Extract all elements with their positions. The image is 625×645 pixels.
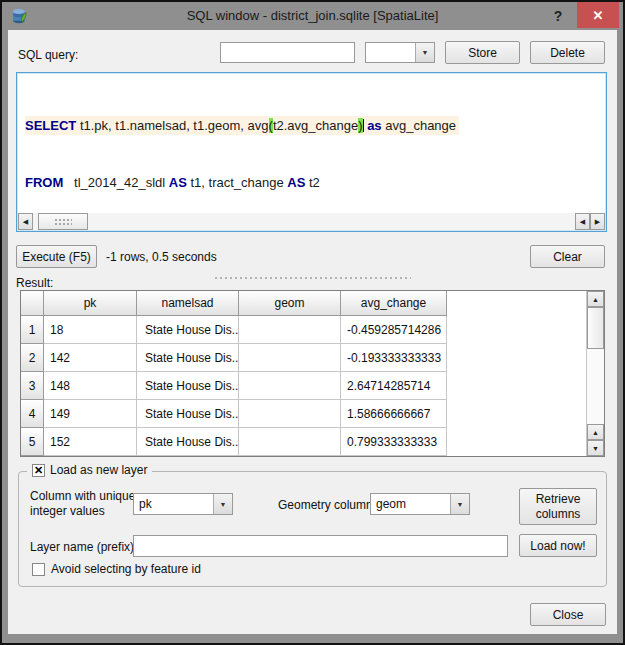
row-header[interactable]: 1 xyxy=(21,316,44,344)
scroll-left-icon[interactable]: ◀ xyxy=(18,213,33,230)
group-legend: ✕ Load as new layer xyxy=(27,463,152,477)
cell-geom[interactable] xyxy=(239,428,341,456)
unique-column-combobox[interactable]: pk ▼ xyxy=(133,493,233,515)
geometry-column-combobox[interactable]: geom ▼ xyxy=(370,493,470,515)
cell-geom[interactable] xyxy=(239,316,341,344)
sql-code[interactable]: SELECT t1.pk, t1.namelsad, t1.geom, avg(… xyxy=(25,78,604,212)
row-header[interactable]: 2 xyxy=(21,344,44,372)
sql-window: SQL window - district_join.sqlite [Spati… xyxy=(0,0,625,645)
row-header[interactable]: 5 xyxy=(21,428,44,456)
cell-pk[interactable]: 142 xyxy=(44,344,137,372)
cell-pk[interactable]: 152 xyxy=(44,428,137,456)
retrieve-columns-button[interactable]: Retrieve columns xyxy=(519,488,597,525)
horizontal-scrollbar-thumb[interactable] xyxy=(38,213,88,230)
row-header[interactable]: 3 xyxy=(21,372,44,400)
avoid-selecting-checkbox[interactable] xyxy=(32,563,45,576)
geometry-column-label: Geometry column xyxy=(278,498,373,512)
column-header-avg-change[interactable]: avg_change xyxy=(341,291,447,316)
cell-namelsad[interactable]: State House Dis... xyxy=(137,372,239,400)
cell-geom[interactable] xyxy=(239,372,341,400)
group-title: Load as new layer xyxy=(50,463,147,477)
layer-name-label: Layer name (prefix) xyxy=(30,540,134,554)
cell-geom[interactable] xyxy=(239,400,341,428)
scroll-left-icon[interactable]: ◀ xyxy=(575,213,590,230)
scroll-down-icon[interactable]: ▼ xyxy=(587,440,604,456)
clear-button[interactable]: Clear xyxy=(530,245,605,268)
sql-line-1: SELECT t1.pk, t1.namelsad, t1.geom, avg(… xyxy=(25,116,604,135)
column-header-geom[interactable]: geom xyxy=(239,291,341,316)
cell-pk[interactable]: 18 xyxy=(44,316,137,344)
execute-button[interactable]: Execute (F5) xyxy=(16,245,97,268)
cell-avg-change[interactable]: 0.799333333333 xyxy=(341,428,447,456)
load-as-new-layer-checkbox[interactable]: ✕ xyxy=(32,464,45,477)
close-button[interactable]: Close xyxy=(530,603,606,626)
unique-column-label: Column with unique integer values xyxy=(30,489,135,519)
cell-pk[interactable]: 149 xyxy=(44,400,137,428)
thumb-grip-icon xyxy=(54,218,72,226)
cell-avg-change[interactable]: -0.459285714286 xyxy=(341,316,447,344)
cell-avg-change[interactable]: 1.58666666667 xyxy=(341,400,447,428)
row-header[interactable]: 4 xyxy=(21,400,44,428)
result-label: Result: xyxy=(16,276,53,290)
saved-query-combobox[interactable]: ▼ xyxy=(365,42,435,63)
scroll-up-icon[interactable]: ▲ xyxy=(587,291,604,307)
query-status-text: -1 rows, 0.5 seconds xyxy=(106,250,217,264)
chevron-down-icon[interactable]: ▼ xyxy=(415,43,434,62)
column-header-pk[interactable]: pk xyxy=(44,291,137,316)
corner-header[interactable] xyxy=(21,291,44,316)
load-now-button[interactable]: Load now! xyxy=(519,534,597,557)
cell-namelsad[interactable]: State House Dis... xyxy=(137,428,239,456)
scroll-up-icon[interactable]: ▲ xyxy=(587,424,604,440)
store-button[interactable]: Store xyxy=(445,41,520,64)
scroll-right-icon[interactable]: ▶ xyxy=(590,213,605,230)
cell-avg-change[interactable]: -0.193333333333 xyxy=(341,344,447,372)
column-header-namelsad[interactable]: namelsad xyxy=(137,291,239,316)
cell-geom[interactable] xyxy=(239,344,341,372)
cell-avg-change[interactable]: 2.64714285714 xyxy=(341,372,447,400)
delete-button[interactable]: Delete xyxy=(530,41,605,64)
dialog-content: SQL query: ▼ Store Delete SELECT t1.pk, … xyxy=(8,30,617,634)
cell-pk[interactable]: 148 xyxy=(44,372,137,400)
sql-line-2: FROM tl_2014_42_sldl AS t1, tract_change… xyxy=(25,173,604,192)
layer-name-input[interactable] xyxy=(133,535,508,557)
sql-editor[interactable]: SELECT t1.pk, t1.namelsad, t1.geom, avg(… xyxy=(16,72,607,232)
avoid-selecting-row: Avoid selecting by feature id xyxy=(32,562,201,576)
table-vertical-scrollbar[interactable]: ▲ ▲ ▼ xyxy=(586,291,604,456)
vertical-scrollbar-thumb[interactable] xyxy=(587,307,604,349)
query-name-input[interactable] xyxy=(220,42,355,63)
cell-namelsad[interactable]: State House Dis... xyxy=(137,344,239,372)
chevron-down-icon[interactable]: ▼ xyxy=(213,494,232,514)
result-grid: pk namelsad geom avg_change 1 18 State H… xyxy=(21,291,586,456)
chevron-down-icon[interactable]: ▼ xyxy=(450,494,469,514)
sql-query-label: SQL query: xyxy=(18,48,78,62)
cell-namelsad[interactable]: State House Dis... xyxy=(137,316,239,344)
result-table: pk namelsad geom avg_change 1 18 State H… xyxy=(20,290,605,457)
splitter-handle[interactable] xyxy=(215,276,411,279)
avoid-selecting-label: Avoid selecting by feature id xyxy=(51,562,201,576)
header-filler xyxy=(447,291,586,316)
editor-horizontal-scrollbar[interactable]: ◀ ◀ ▶ xyxy=(18,213,605,230)
cell-namelsad[interactable]: State House Dis... xyxy=(137,400,239,428)
